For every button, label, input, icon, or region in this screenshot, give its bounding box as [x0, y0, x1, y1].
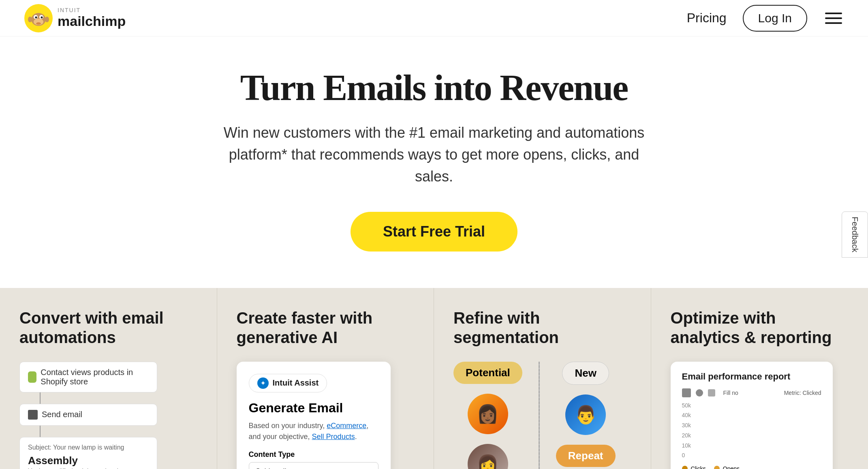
fill-label: Fill no	[723, 390, 738, 396]
hero-subtext: Win new customers with the #1 email mark…	[211, 122, 657, 188]
mailchimp-logo	[24, 4, 53, 32]
feature-card-analytics: Optimize with analytics & reporting Emai…	[651, 288, 868, 469]
pricing-link[interactable]: Pricing	[687, 11, 727, 26]
content-type-label: Content Type	[249, 450, 378, 459]
hamburger-menu[interactable]	[823, 11, 844, 26]
email-icon	[28, 410, 38, 420]
seg-label-repeat: Repeat	[556, 445, 616, 467]
legend-dot-opens	[714, 466, 720, 469]
content-type-value: Subheading	[256, 467, 295, 469]
shopify-icon	[28, 371, 36, 383]
analytics-ui: Email performance report Fill no Metric:…	[671, 362, 833, 469]
seg-divider	[539, 362, 540, 469]
y-axis: 50k 40k 30k 20k 10k 0	[682, 402, 695, 459]
legend-dot-clicks	[682, 466, 688, 469]
metric-label: Metric: Clicked	[784, 390, 821, 396]
email-subject: Subject: Your new lamp is waiting	[28, 444, 149, 451]
nav-right: Pricing Log In	[687, 5, 844, 32]
intuit-assist-label: Intuit Assist	[273, 378, 319, 388]
chart-area-icon	[708, 389, 715, 397]
avatar-man1: 👨	[565, 394, 606, 435]
svg-point-8	[28, 17, 32, 22]
legend-clicks-label: Clicks	[691, 465, 706, 469]
feature-card-segmentation: Refine with segmentation Potential 👩🏾 👩 …	[434, 288, 651, 469]
hero-headline: Turn Emails into Revenue	[81, 69, 787, 107]
feature-card-automations: Convert with email automations Contact v…	[0, 288, 217, 469]
hero-section: Turn Emails into Revenue Win new custome…	[0, 36, 868, 288]
logo-area[interactable]: INTUIT mailchimp	[24, 4, 126, 32]
feature-title-analytics: Optimize with analytics & reporting	[671, 308, 849, 347]
sell-products-link[interactable]: Sell Products	[312, 433, 355, 441]
ai-modal: ✦ Intuit Assist Generate Email Based on …	[237, 362, 391, 469]
automation-node-shopify: Contact views products in Shopify store	[19, 362, 157, 392]
avatar-woman1: 👩🏾	[468, 394, 508, 434]
content-type-dropdown[interactable]: Subheading ▼	[249, 462, 378, 469]
hamburger-line	[825, 17, 842, 19]
svg-point-6	[41, 16, 43, 18]
legend-clicks: Clicks	[682, 465, 706, 469]
dropdown-chevron-icon: ▼	[364, 467, 372, 469]
svg-point-9	[45, 17, 49, 22]
email-body-text: You've qualified to join our loyalty pro…	[28, 467, 149, 469]
seg-col-left: Potential 👩🏾 👩 Lapsed	[453, 362, 522, 469]
connector-line	[40, 392, 41, 404]
svg-point-5	[35, 16, 37, 18]
bar-chart	[694, 402, 714, 459]
email-headline: Assembly	[28, 454, 149, 467]
mailchimp-label: mailchimp	[58, 14, 126, 29]
seg-label-new: New	[562, 362, 609, 385]
intuit-label: INTUIT	[58, 7, 126, 13]
seg-col-right: New 👨 Repeat 🧑	[556, 362, 616, 469]
features-strip: Convert with email automations Contact v…	[0, 288, 868, 469]
legend-opens: Opens	[714, 465, 740, 469]
svg-point-7	[36, 22, 41, 25]
automation-node-email: Send email	[19, 404, 157, 426]
chart-bar-icon	[682, 388, 691, 397]
intuit-assist-icon: ✦	[257, 377, 269, 389]
segmentation-ui: Potential 👩🏾 👩 Lapsed New 👨 Repeat 🧑	[453, 362, 631, 469]
seg-label-potential: Potential	[453, 362, 522, 384]
feature-title-ai: Create faster with generative AI	[237, 308, 415, 347]
feature-title-segmentation: Refine with segmentation	[453, 308, 631, 347]
legend-opens-label: Opens	[723, 465, 740, 469]
connector-line	[40, 426, 41, 437]
email-preview-card: Subject: Your new lamp is waiting Assemb…	[19, 437, 157, 469]
chart-line-icon	[696, 389, 703, 397]
bar-chart-area: 50k 40k 30k 20k 10k 0	[682, 402, 821, 465]
start-trial-button[interactable]: Start Free Trial	[351, 212, 517, 252]
intuit-assist-badge: ✦ Intuit Assist	[249, 374, 327, 392]
automation-node-shopify-label: Contact views products in Shopify store	[41, 368, 149, 386]
login-button[interactable]: Log In	[743, 5, 807, 32]
feature-title-automations: Convert with email automations	[19, 308, 197, 347]
chart-toolbar: Fill no Metric: Clicked	[682, 388, 821, 397]
feedback-tab[interactable]: Feedback	[842, 211, 868, 258]
ecommerce-link[interactable]: eCommerce	[327, 422, 366, 430]
automation-node-email-label: Send email	[42, 410, 82, 419]
analytics-report-title: Email performance report	[682, 371, 821, 382]
navbar: INTUIT mailchimp Pricing Log In	[0, 0, 868, 36]
avatar-woman2: 👩	[468, 444, 508, 469]
hamburger-line	[825, 22, 842, 24]
feature-card-ai: Create faster with generative AI ✦ Intui…	[217, 288, 434, 469]
generate-email-title: Generate Email	[249, 401, 378, 416]
hamburger-line	[825, 13, 842, 14]
generate-email-desc: Based on your industry, eCommerce, and y…	[249, 420, 378, 442]
